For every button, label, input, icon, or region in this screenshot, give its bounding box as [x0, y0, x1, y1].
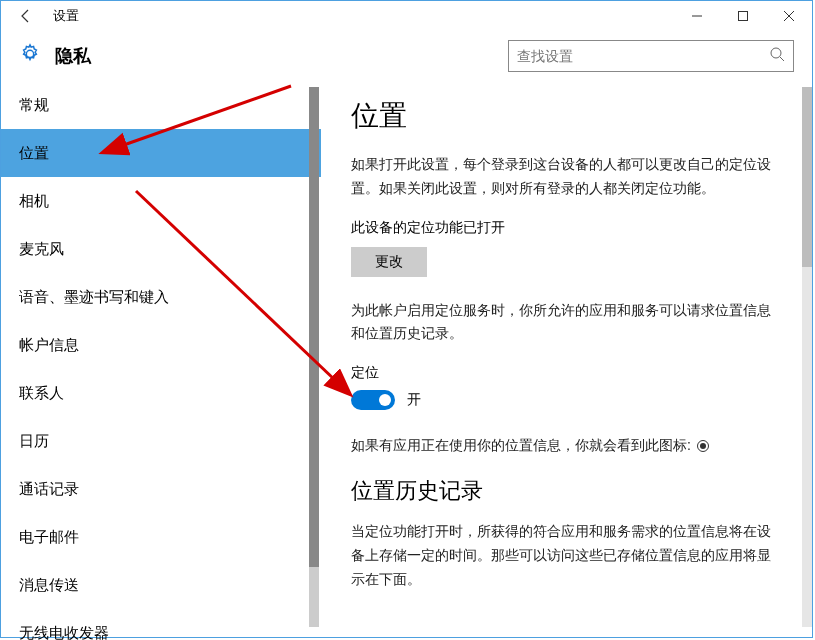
svg-point-4 — [771, 48, 781, 58]
sidebar-item-10[interactable]: 消息传送 — [1, 561, 321, 609]
section-heading-location: 位置 — [351, 97, 782, 135]
nav-list: 常规位置相机麦克风语音、墨迹书写和键入帐户信息联系人日历通话记录电子邮件消息传送… — [1, 81, 321, 640]
intro-text: 如果打开此设置，每个登录到这台设备的人都可以更改自己的定位设置。如果关闭此设置，… — [351, 153, 782, 201]
sidebar-item-8[interactable]: 通话记录 — [1, 465, 321, 513]
titlebar: 设置 — [1, 1, 812, 31]
sidebar-item-11[interactable]: 无线电收发器 — [1, 609, 321, 640]
sidebar-scrollbar[interactable] — [309, 87, 319, 627]
location-toggle[interactable] — [351, 390, 395, 410]
search-box[interactable] — [508, 40, 794, 72]
location-indicator-icon — [697, 440, 709, 452]
sidebar: 常规位置相机麦克风语音、墨迹书写和键入帐户信息联系人日历通话记录电子邮件消息传送… — [1, 81, 321, 637]
sidebar-item-7[interactable]: 日历 — [1, 417, 321, 465]
page-heading: 隐私 — [55, 44, 91, 68]
device-status-text: 此设备的定位功能已打开 — [351, 219, 782, 237]
toggle-state-label: 开 — [407, 391, 421, 409]
change-button[interactable]: 更改 — [351, 247, 427, 277]
location-toggle-row: 开 — [351, 390, 782, 410]
minimize-button[interactable] — [674, 1, 720, 31]
content-scrollbar[interactable] — [802, 87, 812, 627]
settings-window: 设置 隐私 常规位置相机麦克风语音、墨迹书写和键入帐户信息联系人日历通话记录电子… — [0, 0, 813, 638]
close-icon — [783, 10, 795, 22]
minimize-icon — [691, 10, 703, 22]
body: 常规位置相机麦克风语音、墨迹书写和键入帐户信息联系人日历通话记录电子邮件消息传送… — [1, 81, 812, 637]
sidebar-item-9[interactable]: 电子邮件 — [1, 513, 321, 561]
toggle-knob — [379, 394, 391, 406]
account-note-text: 为此帐户启用定位服务时，你所允许的应用和服务可以请求位置信息和位置历史记录。 — [351, 299, 782, 347]
sidebar-item-1[interactable]: 位置 — [1, 129, 321, 177]
window-title: 设置 — [53, 7, 79, 25]
close-button[interactable] — [766, 1, 812, 31]
sidebar-item-2[interactable]: 相机 — [1, 177, 321, 225]
sidebar-scrollbar-thumb[interactable] — [309, 87, 319, 567]
svg-rect-1 — [739, 12, 748, 21]
content-panel: 位置 如果打开此设置，每个登录到这台设备的人都可以更改自己的定位设置。如果关闭此… — [321, 81, 812, 637]
content-scrollbar-thumb[interactable] — [802, 87, 812, 267]
back-button[interactable] — [11, 1, 41, 31]
maximize-icon — [737, 10, 749, 22]
location-label: 定位 — [351, 364, 782, 382]
history-text: 当定位功能打开时，所获得的符合应用和服务需求的位置信息将在设备上存储一定的时间。… — [351, 520, 782, 591]
section-heading-history: 位置历史记录 — [351, 476, 782, 506]
arrow-left-icon — [18, 8, 34, 24]
gear-icon — [19, 43, 41, 69]
sidebar-item-5[interactable]: 帐户信息 — [1, 321, 321, 369]
window-controls — [674, 1, 812, 31]
icon-note-text: 如果有应用正在使用你的位置信息，你就会看到此图标: — [351, 434, 782, 458]
svg-line-5 — [780, 57, 784, 61]
sidebar-item-6[interactable]: 联系人 — [1, 369, 321, 417]
maximize-button[interactable] — [720, 1, 766, 31]
search-icon — [769, 46, 785, 66]
sidebar-item-3[interactable]: 麦克风 — [1, 225, 321, 273]
search-input[interactable] — [517, 48, 769, 64]
sidebar-item-0[interactable]: 常规 — [1, 81, 321, 129]
sidebar-item-4[interactable]: 语音、墨迹书写和键入 — [1, 273, 321, 321]
header: 隐私 — [1, 31, 812, 81]
